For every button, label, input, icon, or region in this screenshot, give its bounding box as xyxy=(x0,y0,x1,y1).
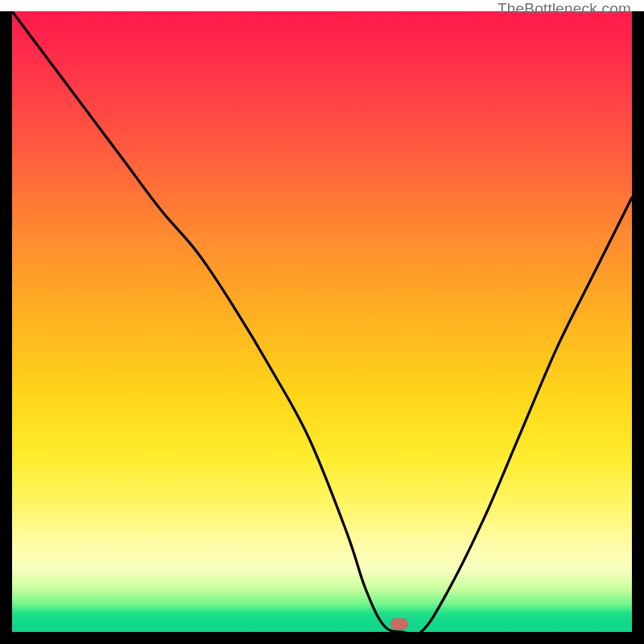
watermark-label: TheBottleneck.com xyxy=(497,0,631,18)
axis-frame-left xyxy=(0,11,12,644)
axis-frame-right xyxy=(632,11,644,644)
optimum-marker xyxy=(390,618,408,630)
chart-stage: TheBottleneck.com xyxy=(0,0,644,644)
gradient-background xyxy=(12,11,632,632)
axis-frame-bottom xyxy=(0,632,644,644)
plot-area xyxy=(12,11,632,632)
